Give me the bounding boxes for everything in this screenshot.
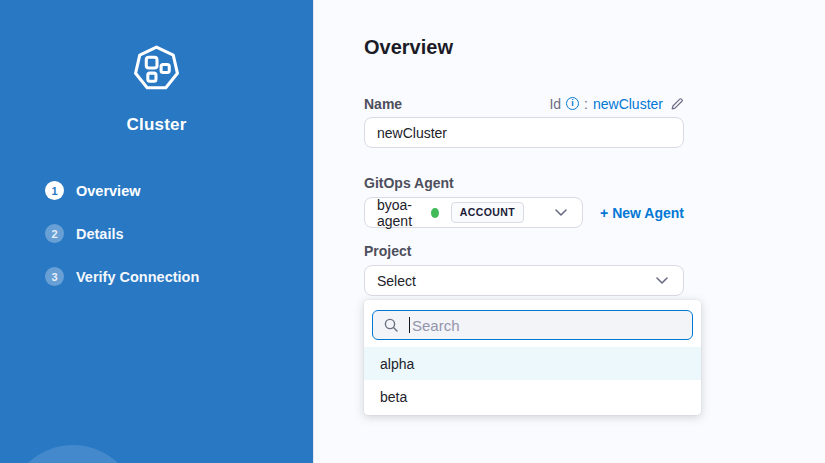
new-agent-link[interactable]: + New Agent — [600, 205, 684, 221]
step-number-badge: 2 — [45, 224, 64, 243]
project-option-alpha[interactable]: alpha — [364, 347, 701, 380]
identifier-row: Id i : newCluster — [549, 96, 684, 112]
step-verify-connection[interactable]: 3 Verify Connection — [45, 267, 313, 286]
project-label: Project — [364, 243, 684, 260]
gitops-agent-select[interactable]: byoa-agent ACCOUNT — [364, 197, 583, 228]
step-label: Details — [76, 226, 124, 242]
dropdown-search-input[interactable] — [410, 317, 682, 334]
name-input[interactable] — [364, 117, 684, 148]
edit-id-button[interactable] — [670, 97, 684, 111]
step-label: Overview — [76, 183, 141, 199]
gitops-agent-field: GitOps Agent byoa-agent ACCOUNT + New Ag… — [364, 175, 684, 228]
name-field: Name Id i : newCluster — [364, 95, 684, 148]
step-overview[interactable]: 1 Overview — [45, 181, 313, 200]
cluster-icon — [133, 45, 180, 92]
search-icon — [383, 317, 399, 333]
step-number-badge: 1 — [45, 181, 64, 200]
project-field: Project Select alpha beta — [364, 243, 684, 415]
agent-status-dot — [431, 208, 439, 218]
decorative-circle — [8, 445, 138, 463]
pencil-icon — [670, 97, 684, 111]
project-select[interactable]: Select — [364, 265, 684, 296]
wizard-sidebar: Cluster 1 Overview 2 Details 3 Verify Co… — [0, 0, 313, 463]
wizard-title: Cluster — [0, 115, 313, 135]
step-number-badge: 3 — [45, 267, 64, 286]
project-select-value: Select — [377, 273, 416, 289]
agent-scope-badge: ACCOUNT — [451, 202, 524, 223]
id-prefix: Id — [549, 96, 561, 112]
project-option-beta[interactable]: beta — [364, 380, 701, 413]
name-label: Name — [364, 96, 402, 112]
dropdown-search-box[interactable] — [372, 310, 693, 340]
overview-step-panel: Overview Name Id i : newCluster — [313, 0, 825, 463]
step-details[interactable]: 2 Details — [45, 224, 313, 243]
project-dropdown-panel: alpha beta — [364, 300, 701, 415]
wizard-stepper: 1 Overview 2 Details 3 Verify Connection — [0, 181, 313, 286]
id-separator: : — [584, 96, 588, 112]
id-value: newCluster — [593, 96, 663, 112]
agent-name: byoa-agent — [377, 197, 431, 229]
gitops-agent-label: GitOps Agent — [364, 175, 684, 192]
page-title: Overview — [364, 36, 825, 59]
cluster-wizard-dialog: Cluster 1 Overview 2 Details 3 Verify Co… — [0, 0, 825, 463]
chevron-down-icon[interactable] — [656, 277, 668, 284]
step-label: Verify Connection — [76, 269, 199, 285]
info-icon[interactable]: i — [566, 97, 579, 110]
chevron-down-icon[interactable] — [555, 209, 567, 216]
